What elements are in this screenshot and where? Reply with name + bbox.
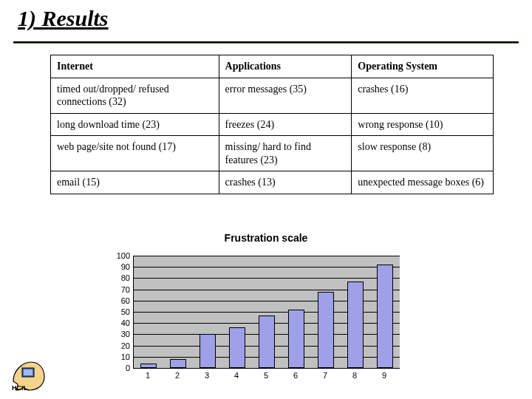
table-cell: unexpected message boxes (6) [352, 171, 494, 194]
chart-y-tick: 20 [103, 341, 130, 350]
chart-title: Frustration scale [0, 232, 532, 244]
table-header: Applications [219, 55, 352, 78]
table-cell: missing/ hard to find features (23) [219, 136, 352, 171]
table-cell: freezes (24) [219, 113, 352, 136]
chart-bar [170, 359, 186, 368]
chart-bar [318, 292, 334, 368]
page-title: 1) Results [18, 6, 109, 31]
chart-bar-slot [370, 256, 400, 368]
table-cell: error messages (35) [219, 78, 352, 113]
table-row: email (15)crashes (13)unexpected message… [51, 171, 494, 194]
chart-bar [229, 327, 245, 368]
table-header: Operating System [352, 55, 494, 78]
chart-gridline [134, 368, 400, 369]
chart-x-tick: 8 [340, 371, 369, 381]
table-cell: crashes (13) [219, 171, 352, 194]
table-cell: long download time (23) [51, 113, 219, 136]
chart-bar-slot [282, 256, 311, 368]
chart-y-tick: 0 [103, 364, 130, 372]
table-row: long download time (23)freezes (24)wrong… [51, 113, 494, 136]
chart-bar [259, 316, 275, 368]
chart-bar-slot [134, 256, 163, 368]
table-row: timed out/dropped/ refused connections (… [51, 78, 494, 113]
hcil-logo: HCIL [10, 359, 46, 392]
chart-y-tick: 100 [103, 251, 130, 260]
table-cell: slow response (8) [352, 136, 494, 171]
chart-x-tick: 3 [192, 371, 222, 381]
chart-y-tick: 80 [103, 273, 130, 282]
chart-y-tick: 30 [103, 330, 130, 338]
chart-bar-slot [252, 256, 282, 368]
chart-bar-slot [311, 256, 341, 368]
chart-bar [140, 364, 157, 368]
chart-bar [347, 282, 364, 368]
chart-bar-slot [193, 256, 222, 368]
chart-y-tick: 70 [103, 285, 130, 294]
table-header-row: Internet Applications Operating System [51, 55, 494, 78]
chart-bar [377, 265, 393, 368]
svg-text:HCIL: HCIL [12, 384, 27, 392]
chart-y-tick: 90 [103, 262, 130, 271]
chart-y-tick: 10 [103, 352, 130, 361]
frustration-chart: 0102030405060708090100 123456789 [103, 253, 414, 386]
table-cell: email (15) [51, 171, 219, 194]
chart-x-tick: 7 [310, 371, 340, 381]
chart-x-tick: 1 [133, 371, 163, 381]
table-cell: timed out/dropped/ refused connections (… [51, 78, 219, 113]
table-header: Internet [51, 55, 219, 78]
chart-x-tick: 9 [369, 371, 399, 381]
chart-plot-area [133, 256, 400, 369]
table-cell: crashes (16) [352, 78, 494, 113]
chart-y-tick: 60 [103, 296, 130, 305]
table-cell: web page/site not found (17) [51, 136, 219, 171]
chart-bar-slot [163, 256, 193, 368]
chart-y-tick: 40 [103, 318, 130, 327]
chart-x-tick: 2 [163, 371, 192, 381]
table-cell: wrong response (10) [352, 113, 494, 136]
results-table: Internet Applications Operating System t… [50, 55, 494, 194]
chart-bar [288, 310, 304, 368]
chart-x-tick: 5 [251, 371, 281, 381]
chart-bar [200, 334, 216, 368]
divider [13, 41, 519, 44]
chart-x-tick: 6 [281, 371, 310, 381]
table-row: web page/site not found (17)missing/ har… [51, 136, 494, 171]
chart-y-tick: 50 [103, 307, 130, 316]
chart-bar-slot [341, 256, 370, 368]
chart-x-tick: 4 [222, 371, 251, 381]
chart-bar-slot [222, 256, 252, 368]
svg-rect-1 [24, 369, 33, 375]
